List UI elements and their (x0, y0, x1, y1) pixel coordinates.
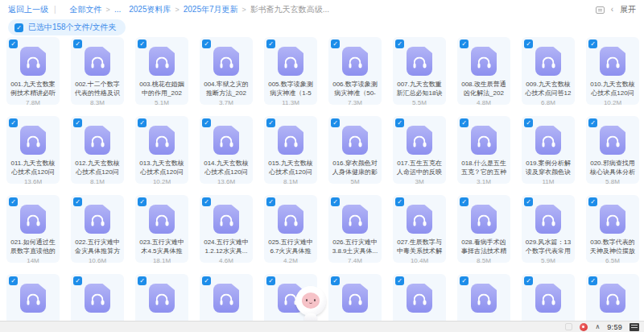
file-checkbox[interactable]: ✓ (588, 118, 597, 127)
file-checkbox[interactable]: ✓ (138, 118, 147, 127)
file-checkbox[interactable]: ✓ (460, 118, 469, 127)
file-card[interactable]: ✓ 010.九天玄数核心技术点120问解... 10.2M (586, 37, 639, 105)
file-card[interactable]: ✓ 019.案例分析解读及穿衣颜色诀_2... 11M (522, 116, 575, 184)
file-size: 8.1M (264, 178, 317, 185)
file-name: 017.五生五克在人命运中的反映解... (393, 159, 446, 176)
file-card[interactable]: ✓ 029.风水篇：13个数字代表常用数... 5.9M (522, 195, 575, 263)
tray-icon-secondary[interactable] (565, 323, 572, 330)
file-checkbox[interactable]: ✓ (73, 276, 82, 285)
file-checkbox[interactable]: ✓ (524, 39, 533, 48)
file-checkbox[interactable]: ✓ (266, 276, 275, 285)
file-checkbox[interactable]: ✓ (588, 276, 597, 285)
file-card[interactable]: ✓ 020.邪病查找用核心诀具体分析方 5.8M (586, 116, 639, 184)
file-card[interactable]: ✓ 030.数字代表的天神及神位摆放注 6.5M (586, 195, 639, 263)
back-link[interactable]: 返回上一级 (8, 4, 48, 15)
tray-app-icon-red[interactable] (580, 323, 588, 331)
breadcrumb-link[interactable]: 2025年7月更新 (184, 4, 238, 15)
file-checkbox[interactable]: ✓ (395, 118, 404, 127)
chevron-left-icon[interactable]: ‹ (611, 4, 613, 15)
file-size: 5.1M (135, 99, 188, 106)
file-checkbox[interactable]: ✓ (266, 39, 275, 48)
file-card[interactable]: ✓ 004.牢狱之灾的推断方法_2023... 3.7M (200, 37, 253, 105)
file-card[interactable]: ✓ 017.五生五克在人命运中的反映解... 3M (393, 116, 446, 184)
notification-center-icon[interactable] (630, 323, 639, 331)
file-card[interactable]: ✓ 013.九天玄数核心技术点120问解... 10.2M (135, 116, 188, 184)
file-card[interactable]: ✓ 005.数字读象测病灾神准（1-50... 11.3M (264, 37, 317, 105)
headphones-audio-file-icon (535, 47, 561, 76)
breadcrumb-link[interactable]: 2025资料库 (129, 4, 171, 15)
file-card[interactable]: ✓ 014.九天玄数核心技术点120问解... 13.6M (200, 116, 253, 184)
expand-button[interactable]: 展开 (620, 4, 636, 15)
file-size: 13.6M (200, 178, 253, 185)
file-checkbox[interactable]: ✓ (202, 276, 211, 285)
file-checkbox[interactable]: ✓ (266, 197, 275, 206)
file-card[interactable]: ✓ 001.九天玄数案例技术精讲必听ps... 7.8M (6, 37, 60, 105)
file-checkbox[interactable]: ✓ (9, 118, 18, 127)
file-card[interactable]: ✓ 027.生辰数字与中毒关系技术解读_... 10.4M (393, 195, 446, 263)
file-card[interactable]: ✓ 028.看病手术凶事择吉法技术精解_... 8.5M (457, 195, 510, 263)
file-card[interactable]: ✓ 009.九天玄数核心技术点问答120... 6.8M (522, 37, 575, 105)
file-checkbox[interactable]: ✓ (266, 118, 275, 127)
divider: | (54, 4, 56, 15)
file-checkbox[interactable]: ✓ (588, 39, 597, 48)
file-checkbox[interactable]: ✓ (395, 276, 404, 285)
breadcrumb-link[interactable]: 全部文件 (70, 4, 102, 15)
file-checkbox[interactable]: ✓ (460, 276, 469, 285)
file-card[interactable]: ✓ 012.九天玄数核心技术点120问解... 8.1M (71, 116, 124, 184)
file-size: 14M (6, 257, 60, 264)
file-card[interactable]: ✓ 023.五行灾难中木4.5灾具体推算... 18.1M (135, 195, 188, 263)
file-checkbox[interactable]: ✓ (331, 197, 340, 206)
headphones-glyph (478, 135, 490, 145)
file-card[interactable]: ✓ 025.五行灾难中6.7火灾具体推算... 4.2M (264, 195, 317, 263)
file-checkbox[interactable]: ✓ (138, 197, 147, 206)
file-name: 009.九天玄数核心技术点问答120... (522, 80, 575, 98)
file-checkbox[interactable]: ✓ (202, 197, 211, 206)
headphones-glyph (349, 56, 361, 66)
file-checkbox[interactable]: ✓ (395, 197, 404, 206)
file-checkbox[interactable]: ✓ (524, 197, 533, 206)
file-checkbox[interactable]: ✓ (202, 39, 211, 48)
file-card[interactable]: ✓ 024.五行灾难中1.2.12水灾具... 4.6M (200, 195, 253, 263)
headphones-glyph (221, 56, 233, 66)
file-checkbox[interactable]: ✓ (331, 39, 340, 48)
taskbar-clock[interactable]: 9:59 (607, 323, 622, 331)
file-card[interactable]: ✓ 022.五行灾难中金灾具体推算方法_... 10.6M (71, 195, 124, 263)
headphones-audio-file-icon (407, 284, 432, 313)
breadcrumb-link[interactable]: ... (114, 4, 121, 15)
headphones-glyph (27, 56, 39, 66)
file-checkbox[interactable]: ✓ (9, 276, 18, 285)
file-checkbox[interactable]: ✓ (331, 118, 340, 127)
file-checkbox[interactable]: ✓ (460, 197, 469, 206)
file-card[interactable]: ✓ 006.数字读象测病灾神准（50-1... 7.3M (328, 37, 382, 105)
file-card[interactable]: ✓ 011.九天玄数核心技术点120问解... 13.6M (6, 116, 60, 184)
show-hidden-icons-chevron[interactable]: ∧ (595, 323, 600, 331)
file-checkbox[interactable]: ✓ (588, 197, 597, 206)
file-card[interactable]: ✓ 021.如何通过生辰数字直读他的因 14M (6, 195, 60, 263)
file-card[interactable]: ✓ 003.桃花在婚姻中的作用_2023... 5.1M (135, 37, 188, 105)
file-checkbox[interactable]: ✓ (202, 118, 211, 127)
file-checkbox[interactable]: ✓ (331, 276, 340, 285)
file-checkbox[interactable]: ✓ (73, 197, 82, 206)
file-name: 030.数字代表的天神及神位摆放注 (586, 238, 639, 255)
file-size: 6.8M (522, 99, 575, 106)
view-toggle-icon[interactable] (596, 6, 605, 14)
file-size: 5.8M (586, 178, 639, 185)
file-checkbox[interactable]: ✓ (138, 276, 147, 285)
file-card[interactable]: ✓ 016.穿衣颜色对人身体健康的影响_... 5M (328, 116, 382, 184)
file-checkbox[interactable]: ✓ (460, 39, 469, 48)
select-all-checkbox[interactable]: ✓ (14, 23, 23, 32)
file-card[interactable]: ✓ 007.九天玄数重新汇总必知18诀_... 5.5M (393, 37, 446, 105)
file-card[interactable]: ✓ 018.什么是五生五克？它的五种情 3.1M (457, 116, 510, 184)
file-checkbox[interactable]: ✓ (73, 118, 82, 127)
file-checkbox[interactable]: ✓ (73, 39, 82, 48)
file-card[interactable]: ✓ 002.十二个数字代表的性格及识人.. 8.3M (71, 37, 124, 105)
file-checkbox[interactable]: ✓ (138, 39, 147, 48)
file-checkbox[interactable]: ✓ (9, 197, 18, 206)
file-checkbox[interactable]: ✓ (524, 276, 533, 285)
file-card[interactable]: ✓ 015.九天玄数核心技术点120问解... 8.1M (264, 116, 317, 184)
file-checkbox[interactable]: ✓ (524, 118, 533, 127)
file-card[interactable]: ✓ 026.五行灾难中3.8.9土灾具体... 7.4M (328, 195, 382, 263)
file-card[interactable]: ✓ 008.改生辰普通凶化解法_2023... 4.8M (457, 37, 510, 105)
file-checkbox[interactable]: ✓ (9, 39, 18, 48)
file-checkbox[interactable]: ✓ (395, 39, 404, 48)
